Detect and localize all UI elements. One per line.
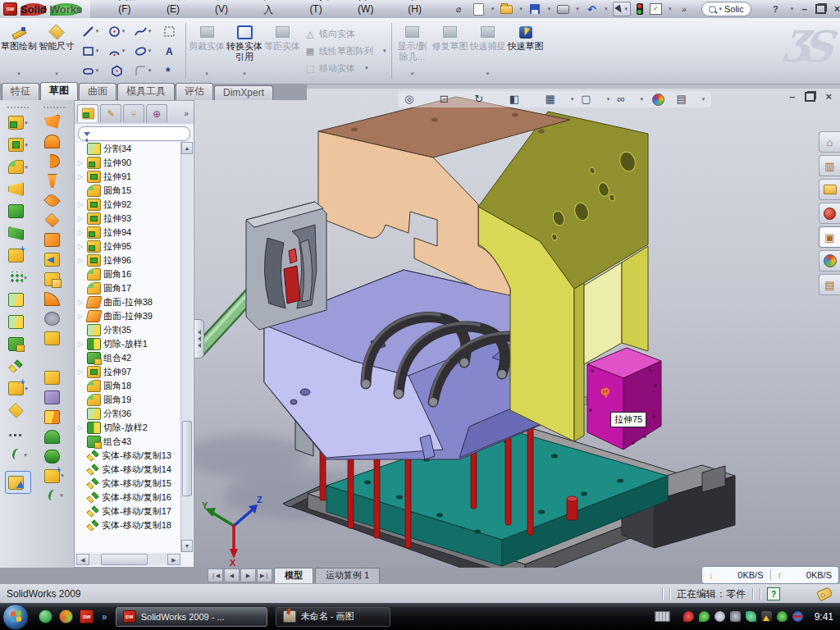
close-button[interactable]: × xyxy=(834,3,840,15)
toolbar-button[interactable]: ▾ xyxy=(44,446,64,466)
rebuild-icon[interactable] xyxy=(637,3,643,15)
linear-pattern-button[interactable]: ▦线性草图阵列▾ xyxy=(301,43,390,60)
design-library-icon[interactable]: ▥ xyxy=(819,155,840,176)
toolbar-button[interactable]: ▾ xyxy=(9,444,27,466)
select-button[interactable]: ▾ xyxy=(613,2,631,16)
tree-item[interactable]: ▷ 拉伸93 xyxy=(76,212,180,226)
arc-tool[interactable]: ▾ xyxy=(103,41,130,61)
expand-arrow-icon[interactable]: ▷ xyxy=(78,173,84,180)
tree-item[interactable]: ▷ 拉伸94 xyxy=(76,226,180,240)
toolbar-button[interactable]: ▾ xyxy=(8,377,28,399)
messenger-icon[interactable] xyxy=(39,609,52,623)
quick-launch-icon[interactable] xyxy=(59,609,73,623)
tree-item[interactable]: ▷ 组合42 xyxy=(76,351,180,365)
expand-arrow-icon[interactable]: ▷ xyxy=(78,368,84,376)
tree-item[interactable]: ▷ 曲面-拉伸39 xyxy=(76,309,180,323)
trim-entities-button[interactable]: 剪裁实体▾ xyxy=(189,21,225,80)
first-tab-button[interactable]: ❘◀ xyxy=(208,568,223,582)
ribbon-tab[interactable]: 草图 xyxy=(40,82,78,100)
apply-scene-icon[interactable]: ▾ xyxy=(651,94,669,106)
tray-messenger-icon[interactable] xyxy=(746,611,756,622)
toolbar-button[interactable]: ▾ xyxy=(8,333,28,355)
toolbar-button[interactable]: ▾ xyxy=(5,471,31,494)
toolbar-button[interactable]: ▾ xyxy=(44,368,64,387)
toolbar-button[interactable]: ▾ xyxy=(8,289,28,311)
toolbar-button[interactable]: ▾ xyxy=(44,407,64,427)
tree-item[interactable]: ▷ 圆角19 xyxy=(76,393,180,407)
tray-network-warning-icon[interactable] xyxy=(761,611,772,622)
save-button[interactable] xyxy=(528,2,542,16)
sketch-text-tool[interactable]: A xyxy=(156,41,182,61)
select-entities-tool[interactable] xyxy=(156,21,182,41)
section-view-icon[interactable]: ◧ ▾ xyxy=(509,92,538,107)
expand-arrow-icon[interactable]: ▷ xyxy=(78,299,84,306)
sketch-button[interactable]: 草图绘制▾ xyxy=(1,21,37,80)
tree-item[interactable]: ▷ 分割34 xyxy=(76,142,180,156)
solidworks-shortcut-icon[interactable]: SW xyxy=(80,609,94,623)
rapid-sketch-button[interactable]: 快速草图 xyxy=(508,21,544,80)
toolbar-button[interactable]: ▾ xyxy=(8,178,28,200)
motion-study-tab[interactable]: 运动算例 1 xyxy=(315,568,380,583)
expand-arrow-icon[interactable]: ▷ xyxy=(78,229,84,236)
rotate-view-icon[interactable]: ↻ ▾ xyxy=(474,92,501,107)
toolbar-button[interactable]: ▾ xyxy=(8,311,28,333)
toolbar-button[interactable]: ▾ xyxy=(44,466,64,486)
rectangle-tool[interactable]: ▾ xyxy=(77,41,103,61)
tree-item[interactable]: ▷ 圆角15 xyxy=(76,184,180,198)
toolbar-button[interactable]: ▾ xyxy=(44,387,64,407)
toolbar-button[interactable]: ▾ xyxy=(45,348,63,368)
tree-item[interactable]: ▷ 分割36 xyxy=(76,407,180,421)
toolbar-button[interactable]: ▾ xyxy=(9,422,27,444)
options-button[interactable]: ✓ xyxy=(649,2,663,16)
graphics-area[interactable]: φ Y Z X xyxy=(194,89,840,568)
doc-restore-button[interactable] xyxy=(805,92,815,102)
ribbon-tab[interactable]: 特征 xyxy=(2,83,39,100)
expand-arrow-icon[interactable]: ▷ xyxy=(78,257,84,264)
panel-splitter-handle[interactable] xyxy=(194,319,204,358)
tree-item[interactable]: ▷ 拉伸92 xyxy=(76,198,180,212)
custom-properties-icon[interactable]: ▤ xyxy=(819,274,840,295)
toolbar-button[interactable]: ▾ xyxy=(8,244,28,267)
solidworks-resources-icon[interactable]: ⌂ xyxy=(819,131,840,153)
smart-dimension-button[interactable]: 智能尺寸▾ xyxy=(39,21,75,80)
tray-antivirus-icon[interactable] xyxy=(699,611,710,622)
tree-item[interactable]: ▷ 圆角18 xyxy=(76,379,180,393)
expand-arrow-icon[interactable]: ▷ xyxy=(78,313,84,320)
tray-sync-icon[interactable] xyxy=(792,611,803,622)
appearances-scenes-icon[interactable] xyxy=(819,250,840,272)
doc-minimize-button[interactable]: – xyxy=(789,90,795,103)
tree-horizontal-scrollbar[interactable]: ◀ ▶ xyxy=(76,554,180,565)
zoom-fit-icon[interactable]: ◎ ▾ xyxy=(404,92,432,107)
tags-icon[interactable] xyxy=(816,587,833,601)
tree-item[interactable]: ▷ 实体-移动/复制15 xyxy=(76,477,180,491)
toolbar-button[interactable]: ▾ xyxy=(44,151,64,171)
toolbar-button[interactable]: ▾ xyxy=(44,230,64,249)
start-button[interactable] xyxy=(2,604,29,630)
dropdown-caret[interactable]: ▾ xyxy=(669,6,672,12)
display-style-icon[interactable]: ▢ ▾ xyxy=(581,92,609,107)
minimize-button[interactable]: – xyxy=(801,3,807,15)
view-settings-icon[interactable]: ▤ ▾ xyxy=(676,92,705,107)
tree-item[interactable]: ▷ 拉伸90 xyxy=(76,156,180,170)
tree-item[interactable]: ▷ 分割35 xyxy=(76,323,180,337)
scroll-up-arrow[interactable]: ▲ xyxy=(181,142,193,154)
last-tab-button[interactable]: ▶❘ xyxy=(257,568,272,582)
help-button[interactable]: ? xyxy=(769,2,783,16)
toolbar-button[interactable]: ▾ xyxy=(44,210,64,230)
part-slide-block[interactable]: φ xyxy=(587,348,661,450)
view-orientation-icon[interactable]: ▦ ▾ xyxy=(546,92,574,107)
ribbon-tab[interactable]: 模具工具 xyxy=(117,83,175,100)
repair-sketch-button[interactable]: 修复草图 xyxy=(432,21,468,80)
line-tool[interactable]: ▾ xyxy=(77,21,103,41)
toolbar-button[interactable]: ▾ xyxy=(8,200,28,222)
task-button[interactable]: SW SolidWorks 2009 - ... xyxy=(116,607,267,627)
toolbar-button[interactable]: ▾ xyxy=(44,190,64,210)
tree-item[interactable]: ▷ 实体-移动/复制17 xyxy=(76,504,180,518)
toolbar-button[interactable]: ▾ xyxy=(8,222,28,244)
offset-entities-button[interactable]: 等距实体 xyxy=(264,21,300,80)
ribbon-tab[interactable]: 评估 xyxy=(176,83,213,100)
tree-item[interactable]: ▷ 实体-移动/复制18 xyxy=(76,518,180,532)
tree-item[interactable]: ▷ 曲面-拉伸38 xyxy=(76,295,180,309)
toolbar-button[interactable]: ▾ xyxy=(9,355,27,377)
toolbar-button[interactable]: ▾ xyxy=(44,249,64,269)
